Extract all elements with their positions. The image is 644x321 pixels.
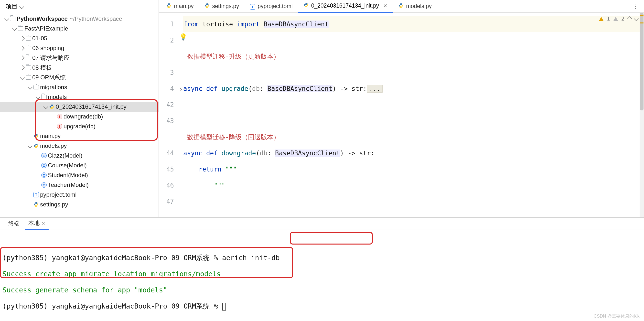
fold-handle[interactable] — [177, 194, 183, 210]
gutter[interactable]: 1234424344454647 — [159, 13, 177, 217]
editor-scrollbar[interactable] — [640, 13, 644, 217]
code-area[interactable]: from tortoise import BaseDBAsyncClient 数… — [183, 13, 644, 217]
tree-item[interactable]: CCourse(Model) — [0, 160, 158, 170]
line-number[interactable]: 3 — [159, 64, 177, 80]
line-number[interactable]: 2 — [159, 32, 177, 48]
terminal-tabs[interactable]: 终端 本地✕ — [0, 218, 644, 230]
code-line[interactable]: from tortoise import BaseDBAsyncClient — [183, 16, 644, 32]
editor-tabs[interactable]: main.pysettings.pyTpyproject.toml0_20240… — [159, 0, 644, 13]
scrollbar-marker[interactable] — [640, 15, 644, 16]
folder-icon — [25, 66, 32, 70]
fold-handle[interactable] — [177, 97, 183, 113]
line-number[interactable]: 43 — [159, 113, 177, 129]
twisty-icon[interactable] — [27, 144, 33, 148]
line-number[interactable]: 4 — [159, 80, 177, 97]
tree-item[interactable]: CStudent(Model) — [0, 170, 158, 180]
editor-tab[interactable]: settings.py — [199, 0, 244, 13]
prev-highlight-icon[interactable] — [627, 16, 632, 21]
tree-item[interactable]: fdowngrade(db) — [0, 112, 158, 122]
close-icon[interactable]: ✕ — [42, 221, 45, 226]
code-line[interactable]: async def downgrade(db: BaseDBAsyncClien… — [183, 145, 644, 161]
tree-item[interactable]: models.py — [0, 141, 158, 151]
fold-handle[interactable] — [177, 64, 183, 80]
next-highlight-icon[interactable] — [634, 16, 639, 21]
twisty-icon[interactable] — [20, 66, 25, 70]
code-line[interactable] — [183, 194, 644, 210]
tree-item[interactable]: settings.py — [0, 200, 158, 209]
code-line[interactable] — [183, 97, 644, 113]
tree-item[interactable]: 08 模板 — [0, 63, 158, 72]
terminal-tab-session[interactable]: 本地✕ — [25, 218, 48, 230]
scrollbar-marker[interactable] — [640, 22, 644, 24]
fold-handle[interactable] — [177, 16, 183, 32]
code-line[interactable] — [183, 32, 644, 48]
tree-label: 07 请求与响应 — [32, 54, 70, 62]
code-line[interactable]: 数据模型迁移-降级（回退版本） — [183, 129, 644, 145]
tree-item[interactable]: 09 ORM系统 — [0, 72, 158, 82]
tree-item[interactable]: 0_20240316174134_init.py — [0, 102, 158, 112]
code-line[interactable]: async def upgrade(db: BaseDBAsyncClient)… — [183, 80, 644, 97]
tree-item[interactable]: 07 请求与响应 — [0, 53, 158, 63]
tree-item[interactable]: fupgrade(db) — [0, 122, 158, 131]
twisty-icon[interactable] — [35, 95, 40, 99]
line-number[interactable]: 1 — [159, 16, 177, 32]
twisty-icon[interactable] — [20, 37, 25, 40]
editor-pane: main.pysettings.pyTpyproject.toml0_20240… — [159, 0, 644, 217]
code-line[interactable]: """ — [183, 177, 644, 194]
fold-column[interactable] — [177, 13, 183, 217]
editor-body[interactable]: 1234424344454647 from tortoise import Ba… — [159, 13, 644, 217]
fold-handle[interactable] — [177, 48, 183, 64]
terminal-tab-main[interactable]: 终端 — [5, 218, 23, 229]
editor-tab[interactable]: Tpyproject.toml — [244, 0, 298, 13]
fold-handle[interactable] — [177, 177, 183, 194]
line-number[interactable]: 45 — [159, 161, 177, 177]
fold-handle[interactable] — [177, 80, 183, 97]
intention-bulb-icon[interactable]: 💡 — [179, 33, 187, 40]
project-tree[interactable]: PythonWorkspace ~/PythonWorkspace FastAP… — [0, 13, 158, 217]
code-line[interactable] — [183, 64, 644, 80]
twisty-icon[interactable] — [20, 76, 25, 79]
project-header[interactable]: 项目 — [0, 0, 158, 13]
code-line[interactable]: return """ — [183, 161, 644, 177]
twisty-icon[interactable] — [12, 27, 17, 30]
fold-handle[interactable] — [177, 145, 183, 161]
twisty-icon[interactable] — [20, 56, 25, 60]
line-number[interactable] — [159, 129, 177, 145]
tree-item[interactable]: CTeacher(Model) — [0, 180, 158, 190]
scrollbar-thumb[interactable] — [640, 13, 644, 110]
tree-root[interactable]: PythonWorkspace ~/PythonWorkspace — [0, 14, 158, 24]
tree-item[interactable]: 06 shopping — [0, 43, 158, 53]
editor-tab[interactable]: models.py — [393, 0, 437, 13]
tree-item[interactable]: FastAPIExample — [0, 24, 158, 34]
editor-tab[interactable]: main.py — [161, 0, 199, 13]
tree-item[interactable]: models — [0, 92, 158, 102]
code-line[interactable]: 数据模型迁移-升级（更新版本） — [183, 48, 644, 64]
fold-handle[interactable] — [177, 161, 183, 177]
tree-item[interactable]: 01-05 — [0, 34, 158, 43]
line-number[interactable]: 47 — [159, 194, 177, 210]
twisty-icon[interactable] — [27, 86, 33, 89]
tree-item[interactable]: Tpyproject.toml — [0, 190, 158, 200]
func-icon: f — [56, 124, 63, 129]
line-number[interactable]: 46 — [159, 177, 177, 194]
tree-label: Clazz(Model) — [48, 152, 82, 159]
folder-icon — [25, 56, 32, 60]
terminal-body[interactable]: (python385) yangkai@yangkaideMacBook-Pro… — [0, 230, 644, 321]
line-number[interactable]: 44 — [159, 145, 177, 161]
twisty-icon[interactable] — [20, 46, 25, 50]
code-line[interactable] — [183, 113, 644, 129]
tree-item[interactable]: CClazz(Model) — [0, 151, 158, 160]
fold-handle[interactable] — [177, 113, 183, 129]
tree-item[interactable]: main.py — [0, 131, 158, 141]
watermark: CSDN @需要休息的KK — [594, 313, 640, 319]
tab-menu-icon[interactable]: ⋮ — [627, 2, 644, 10]
line-number[interactable]: 42 — [159, 97, 177, 113]
fold-handle[interactable] — [177, 129, 183, 145]
tree-item[interactable]: migrations — [0, 82, 158, 92]
twisty-icon[interactable] — [4, 17, 9, 20]
close-icon[interactable]: ✕ — [383, 3, 388, 9]
twisty-icon[interactable] — [43, 105, 48, 108]
inspection-widget[interactable]: 1 2 — [599, 16, 638, 22]
editor-tab[interactable]: 0_20240316174134_init.py✕ — [298, 0, 393, 13]
line-number[interactable] — [159, 48, 177, 64]
